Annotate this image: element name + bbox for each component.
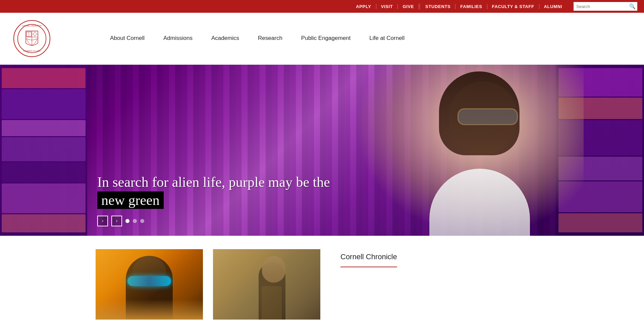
- hero-next-button[interactable]: ›: [111, 216, 122, 226]
- hero-content: In search for alien life, purple may be …: [97, 174, 330, 209]
- hero-dot-3[interactable]: [140, 219, 144, 223]
- hero-section: In search for alien life, purple may be …: [0, 65, 644, 236]
- card-image-1[interactable]: [96, 249, 203, 320]
- search-button[interactable]: 🔍: [627, 2, 637, 11]
- below-hero-section: Cornell Chronicle: [0, 236, 644, 320]
- hero-dot-2[interactable]: [133, 219, 137, 223]
- nav-life-at-cornell[interactable]: Life at Cornell: [360, 13, 414, 65]
- logo-area: CORNELL UNIVERSITY FOUNDED A.D. 1865: [13, 20, 80, 57]
- search-container: 🔍: [574, 2, 637, 11]
- svg-text:FOUNDED A.D. 1865: FOUNDED A.D. 1865: [23, 50, 41, 52]
- topbar-families[interactable]: FAMILIES: [455, 4, 487, 9]
- search-icon: 🔍: [629, 3, 636, 9]
- topbar-faculty-staff[interactable]: FACULTY & STAFF: [487, 4, 539, 9]
- search-input[interactable]: [574, 2, 627, 11]
- nav-academics[interactable]: Academics: [202, 13, 249, 65]
- main-nav: About Cornell Admissions Academics Resea…: [101, 13, 631, 65]
- divider-1: [420, 3, 420, 9]
- top-bar: APPLY VISIT GIVE STUDENTS FAMILIES FACUL…: [0, 0, 644, 13]
- hero-prev-button[interactable]: ‹: [97, 216, 108, 226]
- chronicle-box: Cornell Chronicle: [340, 249, 548, 320]
- top-bar-links: APPLY VISIT GIVE STUDENTS FAMILIES FACUL…: [351, 3, 567, 9]
- nav-about-cornell[interactable]: About Cornell: [101, 13, 154, 65]
- hero-dot-1[interactable]: [125, 219, 129, 223]
- topbar-students[interactable]: STUDENTS: [421, 4, 455, 9]
- nav-admissions[interactable]: Admissions: [154, 13, 202, 65]
- chronicle-title: Cornell Chronicle: [340, 253, 397, 267]
- nav-public-engagement[interactable]: Public Engagement: [292, 13, 360, 65]
- hero-left-books: [0, 65, 87, 236]
- card-image-2[interactable]: [213, 249, 320, 320]
- hero-controls: ‹ ›: [97, 216, 144, 226]
- topbar-give[interactable]: GIVE: [398, 4, 419, 9]
- hero-person: [356, 65, 584, 236]
- nav-research[interactable]: Research: [249, 13, 292, 65]
- cornell-seal-svg: CORNELL UNIVERSITY FOUNDED A.D. 1865: [17, 23, 47, 54]
- topbar-alumni[interactable]: ALUMNI: [539, 4, 567, 9]
- header: CORNELL UNIVERSITY FOUNDED A.D. 1865 Abo…: [0, 13, 644, 65]
- hero-title-line1: In search for alien life, purple may be …: [97, 174, 330, 190]
- hero-title-line2: new green: [97, 191, 164, 209]
- topbar-visit[interactable]: VISIT: [376, 4, 398, 9]
- svg-point-5: [34, 33, 37, 36]
- svg-text:CORNELL UNIVERSITY: CORNELL UNIVERSITY: [22, 25, 42, 27]
- topbar-apply[interactable]: APPLY: [351, 4, 376, 9]
- cornell-logo[interactable]: CORNELL UNIVERSITY FOUNDED A.D. 1865: [13, 20, 50, 57]
